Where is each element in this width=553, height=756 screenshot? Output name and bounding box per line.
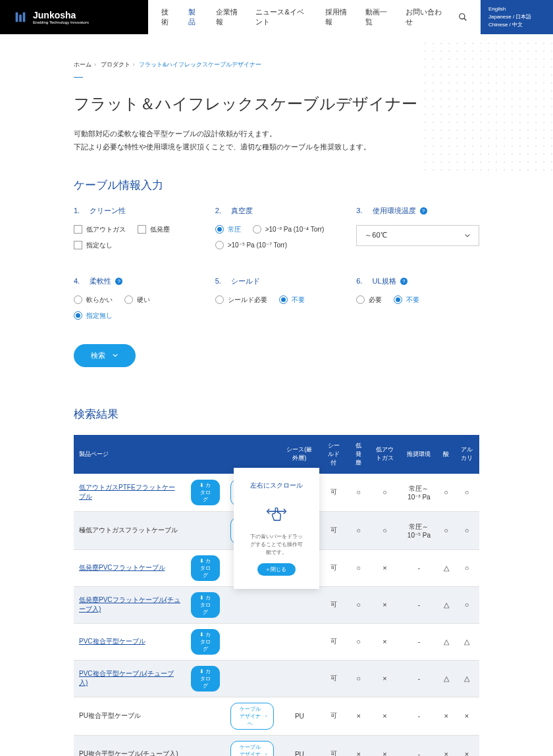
- field-shield: 5. シールド シールド必要 不要: [215, 276, 338, 320]
- field-ul: 6. UL規格? 必要 不要: [356, 276, 479, 320]
- th-product: 製品ページ: [74, 435, 186, 474]
- header: JunkoshaEnabling Technology Innovators 技…: [0, 0, 553, 34]
- product-name: 極低アウトガスフラットケーブル: [79, 526, 178, 534]
- page-desc: 可動部対応の柔軟な複合平型ケーブルの設計依頼が行えます。下記より必要な特性や使用…: [74, 128, 479, 154]
- help-icon[interactable]: ?: [115, 278, 122, 285]
- rdo-ul-yes[interactable]: 必要: [356, 295, 382, 305]
- bc-home[interactable]: ホーム: [74, 61, 92, 68]
- table-row: PU複合平型ケーブル(チューブ入)ケーブルデザイナへ ›PU可××-××: [74, 735, 479, 756]
- catalog-pill[interactable]: ⬇ カタログ: [191, 629, 220, 655]
- catalog-pill[interactable]: ⬇ カタログ: [191, 592, 220, 618]
- design-pill[interactable]: ケーブルデザイナへ ›: [230, 741, 275, 756]
- help-icon[interactable]: ?: [400, 278, 408, 285]
- th-acid: 酸: [438, 435, 454, 474]
- catalog-pill[interactable]: ⬇ カタログ: [191, 666, 220, 692]
- th-dust: 低発塵: [348, 435, 370, 474]
- rdo-shield-yes[interactable]: シールド必要: [215, 295, 267, 305]
- rdo-hard[interactable]: 硬い: [124, 295, 150, 305]
- form-grid: 1. クリーン性 低アウトガス 低発塵 指定なし 2. 真空度 常圧 >10⁻³…: [74, 206, 479, 320]
- bc-product[interactable]: プロダクト: [101, 61, 130, 68]
- nav-video[interactable]: 動画一覧: [365, 7, 391, 27]
- lang-switcher: English Japanese / 日本語 Chinese / 中文: [481, 0, 553, 34]
- scroll-hint: 左右にスクロール 下の青いバーをドラッグすることでも操作可能です。 × 閉じる: [234, 468, 319, 589]
- nav-tech[interactable]: 技術: [161, 7, 174, 27]
- main-nav: 技術 製品 企業情報 ニュース&イベント 採用情報 動画一覧 お問い合わせ: [148, 0, 481, 34]
- field-temp: 3. 使用環境温度? ～60℃: [356, 206, 479, 250]
- table-row: PVC複合平型ケーブル⬇ カタログ可○×-△△: [74, 623, 479, 660]
- section-results: 検索結果: [74, 407, 479, 422]
- chk-dust[interactable]: 低発塵: [138, 225, 170, 234]
- chk-none[interactable]: 指定なし: [74, 241, 113, 250]
- lang-zh[interactable]: Chinese / 中文: [488, 21, 545, 29]
- nav-products[interactable]: 製品: [188, 7, 201, 27]
- field-clean: 1. クリーン性 低アウトガス 低発塵 指定なし: [74, 206, 197, 250]
- product-link[interactable]: PVC複合平型ケーブル(チューブ入): [79, 670, 174, 686]
- svg-point-0: [460, 14, 465, 19]
- th-catalog: [186, 435, 225, 474]
- rdo-shield-no[interactable]: 不要: [279, 295, 305, 305]
- chk-outgas[interactable]: 低アウトガス: [74, 225, 126, 234]
- page-title: フラット＆ハイフレックスケーブルデザイナー: [74, 93, 479, 114]
- rdo-soft[interactable]: 軟らかい: [74, 295, 113, 305]
- hand-swipe-icon: [265, 501, 288, 524]
- rdo-103[interactable]: >10⁻³ Pa (10⁻⁴ Torr): [253, 225, 325, 234]
- nav-recruit[interactable]: 採用情報: [325, 7, 351, 27]
- catalog-pill[interactable]: ⬇ カタログ: [191, 555, 220, 581]
- table-row: PU複合平型ケーブルケーブルデザイナへ ›PU可××-××: [74, 697, 479, 735]
- lang-ja[interactable]: Japanese / 日本語: [488, 13, 545, 21]
- table-row: 低発塵PVCフラットケーブル(チューブ入)⬇ カタログ可○×-△○: [74, 586, 479, 623]
- rdo-105[interactable]: >10⁻⁵ Pa (10⁻⁷ Torr): [215, 241, 338, 249]
- section-input: ケーブル情報入力: [74, 178, 479, 193]
- nav-news[interactable]: ニュース&イベント: [255, 7, 311, 27]
- nav-contact[interactable]: お問い合わせ: [406, 7, 444, 27]
- results-table-wrap: 左右にスクロール 下の青いバーをドラッグすることでも操作可能です。 × 閉じる …: [74, 435, 479, 756]
- product-link[interactable]: 低発塵PVCフラットケーブル(チューブ入): [79, 596, 180, 613]
- field-flex: 4. 柔軟性? 軟らかい 硬い 指定無し: [74, 276, 197, 320]
- rdo-ul-no[interactable]: 不要: [394, 295, 419, 305]
- logo[interactable]: JunkoshaEnabling Technology Innovators: [0, 0, 148, 34]
- hint-text: 下の青いバーをドラッグすることでも操作可能です。: [250, 533, 303, 557]
- field-vacuum: 2. 真空度 常圧 >10⁻³ Pa (10⁻⁴ Torr) >10⁻⁵ Pa …: [215, 206, 338, 250]
- product-name: PU複合平型ケーブル: [79, 712, 141, 719]
- logo-text: Junkosha: [33, 10, 76, 20]
- help-icon[interactable]: ?: [420, 207, 427, 214]
- svg-line-1: [464, 18, 467, 21]
- hint-close-button[interactable]: × 閉じる: [257, 563, 296, 576]
- logo-icon: [13, 10, 28, 24]
- search-icon[interactable]: [458, 12, 467, 22]
- product-name: PU複合平型ケーブル(チューブ入): [79, 750, 178, 756]
- table-row: PVC複合平型ケーブル(チューブ入)⬇ カタログ可○×-△△: [74, 660, 479, 697]
- product-link[interactable]: PVC複合平型ケーブル: [79, 638, 145, 645]
- th-alk: アルカリ: [454, 435, 479, 474]
- search-button[interactable]: 検索: [74, 344, 136, 367]
- chevron-down-icon: [464, 232, 471, 239]
- chevron-down-icon: [112, 352, 118, 359]
- temp-select[interactable]: ～60℃: [356, 225, 479, 246]
- hint-title: 左右にスクロール: [250, 481, 303, 490]
- design-pill[interactable]: ケーブルデザイナへ ›: [230, 703, 275, 730]
- logo-sub: Enabling Technology Innovators: [33, 20, 89, 24]
- th-env: 推奨環境: [400, 435, 438, 474]
- th-gas: 低アウトガス: [369, 435, 400, 474]
- bc-current: フラット&ハイフレックスケーブルデザイナー: [139, 61, 261, 68]
- breadcrumb: ホーム› プロダクト› フラット&ハイフレックスケーブルデザイナー: [74, 61, 479, 69]
- rdo-flexnone[interactable]: 指定無し: [74, 311, 113, 320]
- rdo-atm[interactable]: 常圧: [215, 225, 241, 234]
- catalog-pill[interactable]: ⬇ カタログ: [191, 480, 220, 505]
- product-link[interactable]: 低アウトガスPTFEフラットケーブル: [79, 484, 175, 500]
- th-shield: シールド付: [319, 435, 348, 474]
- lang-en[interactable]: English: [488, 5, 545, 13]
- nav-company[interactable]: 企業情報: [216, 7, 242, 27]
- product-link[interactable]: 低発塵PVCフラットケーブル: [79, 564, 165, 571]
- breadcrumb-line: [74, 77, 83, 78]
